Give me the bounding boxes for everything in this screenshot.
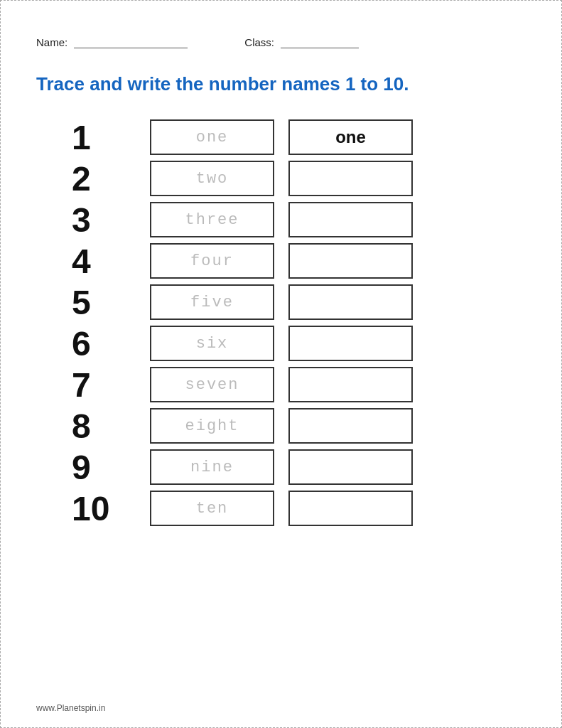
trace-box-3[interactable]: three <box>150 202 274 237</box>
table-row: 1oneone <box>65 117 526 158</box>
numeral-9: 9 <box>65 448 150 487</box>
write-box-4[interactable] <box>288 243 413 279</box>
table-row: 5five <box>65 282 526 323</box>
write-box-8[interactable] <box>288 408 413 444</box>
trace-box-8[interactable]: eight <box>150 408 274 444</box>
numeral-2: 2 <box>65 159 150 198</box>
numeral-1: 1 <box>65 118 150 157</box>
header-fields: Name: Class: <box>36 36 526 48</box>
class-field: Class: <box>244 36 359 48</box>
numeral-4: 4 <box>65 242 150 281</box>
table-row: 3three <box>65 199 526 240</box>
trace-box-4[interactable]: four <box>150 243 274 279</box>
numeral-8: 8 <box>65 407 150 446</box>
numeral-3: 3 <box>65 200 150 240</box>
write-box-2[interactable] <box>288 161 413 196</box>
write-box-3[interactable] <box>288 202 413 237</box>
table-row: 7seven <box>65 364 526 405</box>
numeral-6: 6 <box>65 324 150 363</box>
footer-text: www.Planetspin.in <box>36 703 105 713</box>
class-line <box>281 48 359 48</box>
trace-box-2[interactable]: two <box>150 161 274 196</box>
table-row: 8eight <box>65 405 526 446</box>
numeral-10: 10 <box>65 489 150 528</box>
table-row: 2two <box>65 158 526 199</box>
numeral-7: 7 <box>65 365 150 405</box>
write-box-10[interactable] <box>288 491 413 526</box>
class-label: Class: <box>244 36 274 48</box>
trace-box-9[interactable]: nine <box>150 449 274 485</box>
trace-box-6[interactable]: six <box>150 326 274 361</box>
name-line <box>74 48 188 48</box>
trace-box-7[interactable]: seven <box>150 367 274 402</box>
write-box-9[interactable] <box>288 449 413 485</box>
table-row: 10ten <box>65 488 526 529</box>
numeral-5: 5 <box>65 283 150 322</box>
table-row: 4four <box>65 240 526 282</box>
table-row: 9nine <box>65 446 526 488</box>
write-box-6[interactable] <box>288 326 413 361</box>
page-title: Trace and write the number names 1 to 10… <box>36 73 526 95</box>
trace-box-10[interactable]: ten <box>150 491 274 526</box>
table-row: 6six <box>65 323 526 364</box>
numbers-grid: 1oneone2two3three4four5five6six7seven8ei… <box>65 117 526 529</box>
trace-box-1[interactable]: one <box>150 119 274 155</box>
trace-box-5[interactable]: five <box>150 284 274 320</box>
worksheet-page: Name: Class: Trace and write the number … <box>0 0 562 728</box>
name-field: Name: <box>36 36 188 48</box>
write-box-1[interactable]: one <box>288 119 413 155</box>
write-box-5[interactable] <box>288 284 413 320</box>
write-box-7[interactable] <box>288 367 413 402</box>
name-label: Name: <box>36 36 67 48</box>
